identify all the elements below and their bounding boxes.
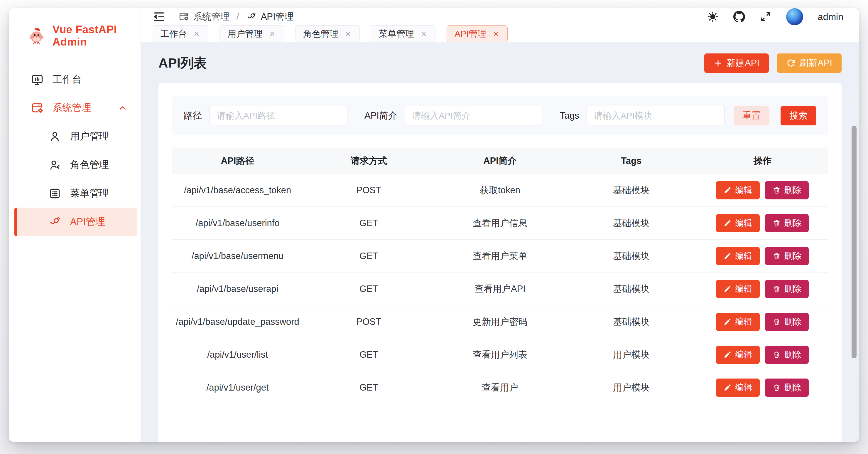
delete-button[interactable]: 删除 [765, 247, 809, 265]
reset-button[interactable]: 重置 [734, 106, 769, 125]
api-plug-icon [49, 216, 61, 228]
github-icon[interactable] [733, 11, 745, 23]
row-actions: 编辑 删除 [697, 313, 828, 331]
tab-api[interactable]: API管理 [446, 25, 508, 42]
method-cell: GET [303, 284, 434, 294]
menu-list-icon [49, 187, 61, 200]
collapse-sidebar-icon[interactable] [153, 10, 165, 23]
delete-button[interactable]: 删除 [765, 214, 809, 232]
delete-button[interactable]: 删除 [765, 346, 809, 364]
role-icon [49, 159, 61, 171]
edit-label: 编辑 [735, 250, 752, 262]
topbar-actions: admin [707, 8, 843, 25]
plus-icon [714, 59, 722, 67]
create-api-label: 新建API [726, 57, 760, 69]
close-icon[interactable] [193, 30, 200, 37]
summary-cell: 查看用户 [434, 381, 565, 394]
table-header: API路径 请求方式 API简介 Tags 操作 [172, 148, 828, 174]
tab-workbench[interactable]: 工作台 [153, 25, 208, 42]
search-button[interactable]: 搜索 [780, 106, 816, 125]
pencil-icon [724, 318, 732, 326]
path-input[interactable] [210, 106, 347, 125]
tags-cell: 基础模块 [566, 217, 697, 229]
tab-label: 菜单管理 [379, 28, 414, 40]
sidebar-item-menus[interactable]: 菜单管理 [9, 179, 137, 208]
filter-tags: Tags [560, 106, 724, 125]
api-path-cell: /api/v1/base/usermenu [172, 251, 303, 261]
delete-label: 删除 [784, 382, 801, 394]
edit-label: 编辑 [735, 217, 752, 229]
row-actions: 编辑 删除 [697, 181, 828, 199]
delete-button[interactable]: 删除 [765, 378, 809, 397]
edit-button[interactable]: 编辑 [716, 280, 760, 298]
close-icon[interactable] [269, 30, 276, 37]
summary-cell: 查看用户菜单 [434, 250, 565, 262]
refresh-icon [786, 59, 795, 67]
sidebar-item-api[interactable]: API管理 [14, 208, 137, 236]
api-table: API路径 请求方式 API简介 Tags 操作 /api/v1/base/ac… [172, 148, 828, 404]
filter-summary: API简介 [365, 106, 543, 125]
tags-cell: 基础模块 [566, 250, 697, 262]
column-header: 操作 [697, 155, 828, 167]
tab-roles[interactable]: 角色管理 [295, 25, 360, 42]
delete-button[interactable]: 删除 [765, 181, 809, 199]
breadcrumb-label: 系统管理 [193, 10, 229, 23]
api-path-cell: /api/v1/user/list [172, 349, 303, 360]
delete-label: 删除 [784, 250, 801, 262]
theme-sun-icon[interactable] [707, 11, 719, 23]
edit-button[interactable]: 编辑 [716, 346, 760, 364]
tags-label: Tags [560, 110, 579, 121]
summary-input[interactable] [405, 106, 543, 125]
system-settings-icon [31, 102, 44, 115]
table-row: /api/v1/base/access_token POST 获取token 基… [172, 174, 828, 207]
sidebar-item-roles[interactable]: 角色管理 [9, 151, 137, 179]
tab-users[interactable]: 用户管理 [219, 25, 284, 42]
delete-button[interactable]: 删除 [765, 280, 809, 298]
pencil-icon [724, 351, 732, 359]
method-cell: GET [303, 218, 434, 228]
sidebar-item-system[interactable]: 系统管理 [9, 94, 137, 122]
delete-label: 删除 [784, 185, 801, 196]
breadcrumb-label: API管理 [261, 10, 294, 23]
breadcrumb-system[interactable]: 系统管理 [178, 10, 229, 23]
user-icon [49, 130, 61, 143]
sidebar-item-label: 菜单管理 [70, 187, 109, 200]
breadcrumb-api[interactable]: API管理 [246, 10, 294, 23]
tab-menus[interactable]: 菜单管理 [371, 25, 435, 42]
row-actions: 编辑 删除 [697, 378, 828, 397]
close-icon[interactable] [492, 30, 500, 37]
fullscreen-icon[interactable] [760, 11, 771, 23]
summary-cell: 查看用户API [434, 283, 565, 295]
sidebar-item-workbench[interactable]: 工作台 [9, 65, 137, 94]
tab-label: 用户管理 [227, 28, 262, 40]
summary-cell: 查看用户列表 [434, 348, 565, 361]
sidebar-item-label: 角色管理 [70, 158, 109, 171]
scrollbar-thumb[interactable] [851, 126, 857, 358]
avatar[interactable] [786, 8, 803, 25]
sidebar-item-users[interactable]: 用户管理 [9, 122, 137, 151]
create-api-button[interactable]: 新建API [704, 53, 769, 73]
close-icon[interactable] [344, 30, 352, 37]
monitor-icon [31, 73, 44, 86]
delete-button[interactable]: 删除 [765, 313, 809, 331]
logo[interactable]: Vue FastAPI Admin [9, 8, 141, 48]
table-row: /api/v1/base/update_password POST 更新用户密码… [172, 305, 828, 338]
tags-input[interactable] [587, 106, 724, 125]
column-header: API路径 [172, 155, 303, 167]
edit-button[interactable]: 编辑 [716, 378, 760, 397]
breadcrumb-separator: / [235, 11, 241, 22]
method-cell: GET [303, 349, 434, 360]
edit-button[interactable]: 编辑 [716, 313, 760, 331]
summary-cell: 更新用户密码 [434, 316, 565, 328]
close-icon[interactable] [420, 30, 428, 37]
trash-icon [773, 384, 780, 392]
pencil-icon [724, 219, 732, 227]
filter-panel: 路径 API简介 Tags 重置 搜索 [172, 96, 828, 135]
edit-button[interactable]: 编辑 [716, 181, 760, 199]
sidebar-item-label: 工作台 [53, 73, 82, 86]
refresh-api-button[interactable]: 刷新API [777, 53, 842, 73]
edit-button[interactable]: 编辑 [716, 247, 760, 265]
filter-path: 路径 [184, 106, 347, 125]
sidebar-item-label: 用户管理 [70, 130, 109, 143]
edit-button[interactable]: 编辑 [716, 214, 760, 232]
